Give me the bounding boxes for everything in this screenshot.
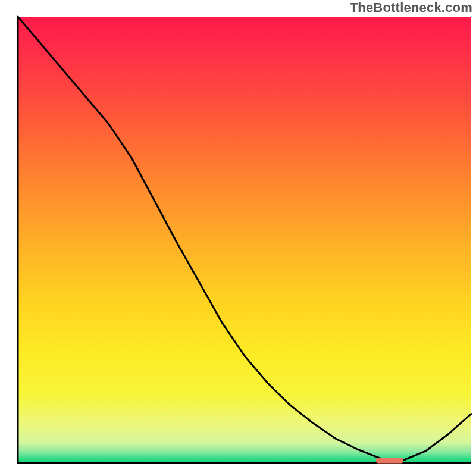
optimal-marker xyxy=(376,458,403,463)
attribution-text: TheBottleneck.com xyxy=(350,0,472,15)
bottleneck-chart xyxy=(0,0,476,476)
plot-background xyxy=(18,17,471,463)
chart-container: TheBottleneck.com xyxy=(0,0,476,476)
